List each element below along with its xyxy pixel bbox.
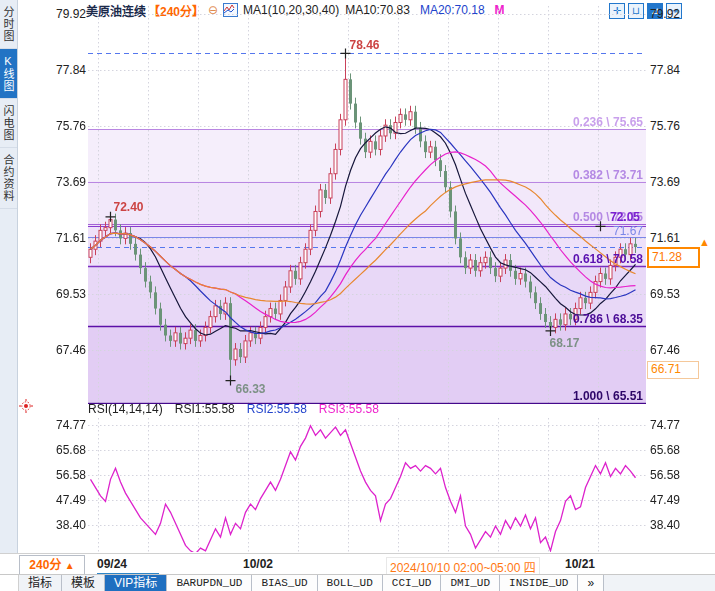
marker-label: 66.33 <box>236 382 266 396</box>
date-tick-label: 10/21 <box>565 557 595 571</box>
price-up-arrow-icon[interactable]: ▲ <box>699 236 710 248</box>
rsi-axis-label-right: 74.77 <box>650 418 680 432</box>
main-axis-label-left: 71.61 <box>52 231 86 245</box>
rsi-axis-label-right: 65.68 <box>650 443 680 457</box>
indicator-tabs-row: 指标模板VIP指标BARUPDN_UDBIAS_UDBOLL_UDCCI_UDD… <box>0 574 715 591</box>
period-selector[interactable]: 240分 ▲ <box>19 555 85 575</box>
tabs-corner-cell <box>0 575 19 591</box>
date-tick-label: 09/24 <box>97 557 127 571</box>
secondary-price-tag: 66.71 <box>647 361 699 379</box>
rsi-axis-label-left: 65.68 <box>52 443 86 457</box>
rsi-chart-canvas[interactable] <box>88 418 646 552</box>
fib-level-label: 0.382 \ 73.71 <box>493 168 643 182</box>
fib-level-label: 0.786 \ 68.35 <box>493 312 643 326</box>
rsi-header: RSI(14,14,14)RSI1:55.58RSI2:55.58RSI3:55… <box>88 402 391 416</box>
sidebar-item-2[interactable]: 闪电图 <box>0 99 17 148</box>
main-axis-label-left: 75.76 <box>52 119 86 133</box>
rsi-axis-label-right: 47.49 <box>650 493 680 507</box>
indicator-hot-icon[interactable] <box>19 399 33 417</box>
main-axis-label-left: 69.53 <box>52 287 86 301</box>
last-price-tag: 71.28 <box>647 247 700 268</box>
rsi2-value: RSI2:55.58 <box>247 402 307 416</box>
main-axis-label-left: 73.69 <box>52 175 86 189</box>
indicator-tab-6[interactable]: CCI_UD <box>383 575 442 591</box>
main-axis-label-left: 79.92 <box>52 7 86 21</box>
time-axis-row: 240分 ▲ 09/2410/022024/10/10 02:00~05:00 … <box>0 553 715 575</box>
rsi-axis-label-left: 74.77 <box>52 418 86 432</box>
indicator-tab-4[interactable]: BIAS_UD <box>252 575 317 591</box>
main-axis-label-right: 71.61 <box>650 231 680 245</box>
fib-level-label: 0.618 \ 70.58 <box>493 252 643 266</box>
sidebar-item-1[interactable]: K线图 <box>0 49 17 99</box>
sidebar-item-3[interactable]: 合约资料 <box>0 148 17 209</box>
main-axis-label-left: 67.46 <box>52 343 86 357</box>
period-arrow-icon: ▲ <box>65 560 75 571</box>
rsi-params-label[interactable]: RSI(14,14,14) <box>88 402 163 416</box>
rsi1-value: RSI1:55.58 <box>175 402 235 416</box>
indicator-tab-7[interactable]: DMI_UD <box>441 575 500 591</box>
indicator-tab-5[interactable]: BOLL_UD <box>318 575 383 591</box>
main-axis-label-left: 77.84 <box>52 63 86 77</box>
hline-label-7167: 71.67 <box>601 224 643 238</box>
indicator-tab-1[interactable]: 模板 <box>62 575 105 591</box>
fib-level-label: 1.000 \ 65.51 <box>493 389 643 403</box>
indicator-tab-9[interactable]: » <box>578 575 604 591</box>
date-tick-label: 10/02 <box>243 557 273 571</box>
indicator-tab-2[interactable]: VIP指标 <box>105 575 167 591</box>
indicator-tab-3[interactable]: BARUPDN_UD <box>167 575 252 591</box>
rsi-axis-label-left: 38.40 <box>52 518 86 532</box>
indicator-tab-0[interactable]: 指标 <box>19 575 62 591</box>
marker-label: 72.40 <box>114 200 144 214</box>
main-axis-label-right: 75.76 <box>650 119 680 133</box>
indicator-tab-8[interactable]: INSIDE_UD <box>500 575 578 591</box>
main-axis-label-right: 73.69 <box>650 175 680 189</box>
main-axis-label-right: 77.84 <box>650 63 680 77</box>
marker-label: 68.17 <box>550 336 580 350</box>
rsi-axis-label-right: 56.58 <box>650 468 680 482</box>
rsi-axis-label-left: 47.49 <box>52 493 86 507</box>
rsi-axis-label-right: 38.40 <box>650 518 680 532</box>
main-axis-label-right: 69.53 <box>650 287 680 301</box>
sidebar-item-0[interactable]: 分时图 <box>0 0 17 49</box>
main-axis-label-right: 79.92 <box>650 7 680 21</box>
trading-app-window: 分时图K线图闪电图合约资料 美原油连续 【240分】 ⊖ MA1(10,20,3… <box>0 0 715 591</box>
fib-level-label: 0.236 \ 75.65 <box>493 115 643 129</box>
chart-type-sidebar: 分时图K线图闪电图合约资料 <box>0 0 18 553</box>
marker-label: 78.46 <box>350 38 380 52</box>
main-axis-label-right: 67.46 <box>650 343 680 357</box>
hline-label-7205: 72.05 <box>598 210 640 224</box>
rsi-axis-label-left: 56.58 <box>52 468 86 482</box>
rsi3-value: RSI3:55.58 <box>319 402 379 416</box>
